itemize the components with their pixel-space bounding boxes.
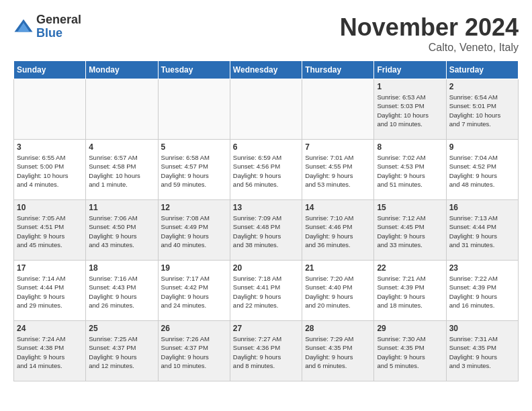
- calendar-week-row: 3Sunrise: 6:55 AM Sunset: 5:00 PM Daylig…: [14, 140, 519, 200]
- day-info: Sunrise: 6:58 AM Sunset: 4:57 PM Dayligh…: [161, 153, 227, 189]
- month-title: November 2024: [340, 13, 519, 42]
- table-row: 20Sunrise: 7:18 AM Sunset: 4:41 PM Dayli…: [230, 261, 302, 321]
- day-info: Sunrise: 6:54 AM Sunset: 5:01 PM Dayligh…: [449, 93, 515, 128]
- calendar-week-row: 17Sunrise: 7:14 AM Sunset: 4:44 PM Dayli…: [14, 261, 519, 321]
- title-block: November 2024 Calto, Veneto, Italy: [340, 13, 519, 54]
- logo-icon: [13, 17, 34, 37]
- day-info: Sunrise: 7:25 AM Sunset: 4:37 PM Dayligh…: [89, 334, 154, 370]
- day-info: Sunrise: 7:08 AM Sunset: 4:49 PM Dayligh…: [161, 214, 227, 249]
- table-row: 28Sunrise: 7:29 AM Sunset: 4:35 PM Dayli…: [302, 321, 374, 381]
- day-info: Sunrise: 7:16 AM Sunset: 4:43 PM Dayligh…: [89, 274, 154, 310]
- table-row: 8Sunrise: 7:02 AM Sunset: 4:53 PM Daylig…: [374, 140, 446, 200]
- day-number: 27: [233, 324, 299, 333]
- day-info: Sunrise: 7:26 AM Sunset: 4:37 PM Dayligh…: [161, 334, 227, 370]
- day-info: Sunrise: 6:57 AM Sunset: 4:58 PM Dayligh…: [89, 153, 154, 189]
- day-number: 1: [377, 82, 443, 91]
- table-row: 19Sunrise: 7:17 AM Sunset: 4:42 PM Dayli…: [158, 261, 230, 321]
- header-saturday: Saturday: [446, 61, 518, 79]
- day-info: Sunrise: 7:27 AM Sunset: 4:36 PM Dayligh…: [233, 334, 299, 370]
- table-row: [230, 79, 302, 140]
- table-row: 10Sunrise: 7:05 AM Sunset: 4:51 PM Dayli…: [14, 200, 86, 261]
- table-row: 6Sunrise: 6:59 AM Sunset: 4:56 PM Daylig…: [230, 140, 302, 200]
- table-row: 9Sunrise: 7:04 AM Sunset: 4:52 PM Daylig…: [446, 140, 518, 200]
- table-row: 26Sunrise: 7:26 AM Sunset: 4:37 PM Dayli…: [158, 321, 230, 381]
- day-number: 26: [161, 324, 227, 333]
- table-row: 24Sunrise: 7:24 AM Sunset: 4:38 PM Dayli…: [14, 321, 86, 381]
- day-number: 30: [449, 324, 515, 333]
- calendar-header: Sunday Monday Tuesday Wednesday Thursday…: [14, 61, 519, 79]
- day-info: Sunrise: 7:17 AM Sunset: 4:42 PM Dayligh…: [161, 274, 227, 310]
- table-row: 30Sunrise: 7:31 AM Sunset: 4:35 PM Dayli…: [446, 321, 518, 381]
- day-info: Sunrise: 6:59 AM Sunset: 4:56 PM Dayligh…: [233, 153, 299, 189]
- day-number: 20: [233, 263, 299, 273]
- day-number: 28: [305, 324, 371, 333]
- calendar-week-row: 10Sunrise: 7:05 AM Sunset: 4:51 PM Dayli…: [14, 200, 519, 261]
- day-info: Sunrise: 7:29 AM Sunset: 4:35 PM Dayligh…: [305, 334, 371, 370]
- location: Calto, Veneto, Italy: [340, 42, 519, 54]
- table-row: 1Sunrise: 6:53 AM Sunset: 5:03 PM Daylig…: [374, 79, 446, 140]
- day-number: 22: [377, 263, 443, 273]
- table-row: 12Sunrise: 7:08 AM Sunset: 4:49 PM Dayli…: [158, 200, 230, 261]
- calendar-body: 1Sunrise: 6:53 AM Sunset: 5:03 PM Daylig…: [14, 79, 519, 381]
- day-info: Sunrise: 7:01 AM Sunset: 4:55 PM Dayligh…: [305, 153, 371, 189]
- table-row: [14, 79, 86, 140]
- day-number: 19: [161, 263, 227, 273]
- table-row: 13Sunrise: 7:09 AM Sunset: 4:48 PM Dayli…: [230, 200, 302, 261]
- day-info: Sunrise: 7:09 AM Sunset: 4:48 PM Dayligh…: [233, 214, 299, 249]
- day-number: 15: [377, 203, 443, 212]
- day-number: 21: [305, 263, 371, 273]
- table-row: 22Sunrise: 7:21 AM Sunset: 4:39 PM Dayli…: [374, 261, 446, 321]
- header-friday: Friday: [374, 61, 446, 79]
- day-number: 18: [89, 263, 154, 273]
- day-number: 3: [17, 142, 83, 152]
- day-info: Sunrise: 7:21 AM Sunset: 4:39 PM Dayligh…: [377, 274, 443, 310]
- day-number: 10: [17, 203, 83, 212]
- day-number: 23: [449, 263, 515, 273]
- page-header: General Blue November 2024 Calto, Veneto…: [13, 13, 519, 54]
- day-number: 5: [161, 142, 227, 152]
- day-number: 29: [377, 324, 443, 333]
- table-row: 11Sunrise: 7:06 AM Sunset: 4:50 PM Dayli…: [86, 200, 158, 261]
- day-info: Sunrise: 7:12 AM Sunset: 4:45 PM Dayligh…: [377, 214, 443, 249]
- header-wednesday: Wednesday: [230, 61, 302, 79]
- table-row: [302, 79, 374, 140]
- table-row: 4Sunrise: 6:57 AM Sunset: 4:58 PM Daylig…: [86, 140, 158, 200]
- table-row: 3Sunrise: 6:55 AM Sunset: 5:00 PM Daylig…: [14, 140, 86, 200]
- table-row: 25Sunrise: 7:25 AM Sunset: 4:37 PM Dayli…: [86, 321, 158, 381]
- day-info: Sunrise: 7:05 AM Sunset: 4:51 PM Dayligh…: [17, 214, 83, 249]
- day-number: 4: [89, 142, 154, 152]
- day-number: 13: [233, 203, 299, 212]
- day-number: 2: [449, 82, 515, 91]
- table-row: 23Sunrise: 7:22 AM Sunset: 4:39 PM Dayli…: [446, 261, 518, 321]
- day-info: Sunrise: 7:31 AM Sunset: 4:35 PM Dayligh…: [449, 334, 515, 370]
- logo-blue-text: Blue: [36, 27, 81, 40]
- day-info: Sunrise: 7:24 AM Sunset: 4:38 PM Dayligh…: [17, 334, 83, 370]
- table-row: 18Sunrise: 7:16 AM Sunset: 4:43 PM Dayli…: [86, 261, 158, 321]
- day-info: Sunrise: 7:04 AM Sunset: 4:52 PM Dayligh…: [449, 153, 515, 189]
- table-row: 29Sunrise: 7:30 AM Sunset: 4:35 PM Dayli…: [374, 321, 446, 381]
- day-number: 8: [377, 142, 443, 152]
- table-row: 14Sunrise: 7:10 AM Sunset: 4:46 PM Dayli…: [302, 200, 374, 261]
- day-info: Sunrise: 7:06 AM Sunset: 4:50 PM Dayligh…: [89, 214, 154, 249]
- table-row: 5Sunrise: 6:58 AM Sunset: 4:57 PM Daylig…: [158, 140, 230, 200]
- day-info: Sunrise: 7:22 AM Sunset: 4:39 PM Dayligh…: [449, 274, 515, 310]
- table-row: 2Sunrise: 6:54 AM Sunset: 5:01 PM Daylig…: [446, 79, 518, 140]
- calendar-table: Sunday Monday Tuesday Wednesday Thursday…: [13, 60, 519, 381]
- table-row: 17Sunrise: 7:14 AM Sunset: 4:44 PM Dayli…: [14, 261, 86, 321]
- table-row: 27Sunrise: 7:27 AM Sunset: 4:36 PM Dayli…: [230, 321, 302, 381]
- day-info: Sunrise: 7:14 AM Sunset: 4:44 PM Dayligh…: [17, 274, 83, 310]
- day-number: 6: [233, 142, 299, 152]
- day-number: 12: [161, 203, 227, 212]
- day-number: 17: [17, 263, 83, 273]
- table-row: 21Sunrise: 7:20 AM Sunset: 4:40 PM Dayli…: [302, 261, 374, 321]
- table-row: 7Sunrise: 7:01 AM Sunset: 4:55 PM Daylig…: [302, 140, 374, 200]
- day-number: 24: [17, 324, 83, 333]
- day-number: 25: [89, 324, 154, 333]
- table-row: [158, 79, 230, 140]
- day-info: Sunrise: 7:10 AM Sunset: 4:46 PM Dayligh…: [305, 214, 371, 249]
- day-info: Sunrise: 7:18 AM Sunset: 4:41 PM Dayligh…: [233, 274, 299, 310]
- day-number: 7: [305, 142, 371, 152]
- day-info: Sunrise: 7:02 AM Sunset: 4:53 PM Dayligh…: [377, 153, 443, 189]
- weekday-header-row: Sunday Monday Tuesday Wednesday Thursday…: [14, 61, 519, 79]
- calendar-week-row: 1Sunrise: 6:53 AM Sunset: 5:03 PM Daylig…: [14, 79, 519, 140]
